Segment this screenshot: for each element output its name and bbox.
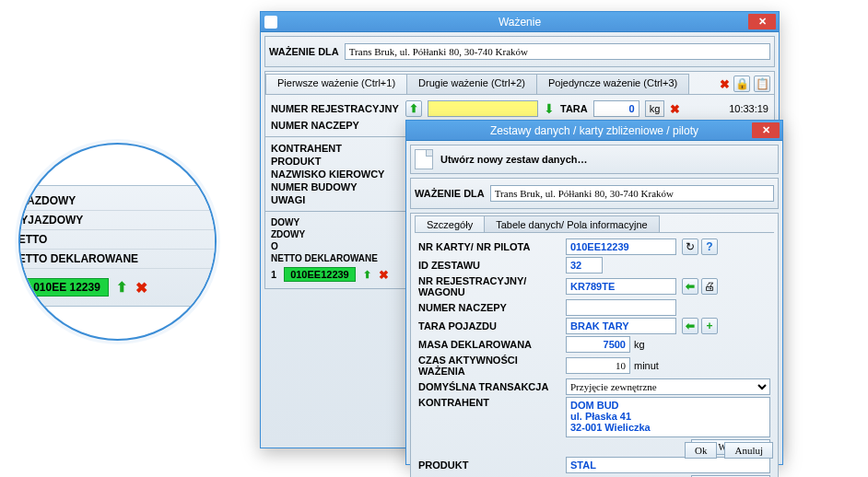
back-titlebar: Ważenie ✕ [261, 12, 779, 32]
zoom-netto-deklarowane: NETTO DEKLAROWANE [18, 250, 217, 269]
app-icon [264, 16, 277, 29]
id-zestawu-label: ID ZESTAWU [418, 260, 566, 271]
arrow-up-icon[interactable]: ⬆ [405, 100, 422, 117]
kg-unit-2: kg [634, 339, 645, 350]
czas-label: CZAS AKTYWNOŚCI WAŻENIA [418, 355, 566, 377]
card-chip[interactable]: 010EE12239 [284, 267, 356, 282]
wazenie-dla-label: WAŻENIE DLA [269, 46, 339, 57]
nr-karty-value[interactable]: 010EE12239 [566, 238, 676, 255]
zoom-lens: WJAZDOWY WYJAZDOWY NETTO NETTO DEKLAROWA… [18, 143, 217, 341]
minut-label: minut [634, 360, 659, 371]
kontrahent-value[interactable]: DOM BUD ul. Płaska 41 32-001 Wieliczka [566, 397, 770, 437]
zoom-wjazdowy: WJAZDOWY [18, 192, 217, 211]
arrow-up-icon-2[interactable]: ⬆ [363, 269, 371, 281]
back-netto-deklarowane: NETTO DEKLAROWANE [271, 253, 418, 263]
chip-index: 1 [271, 269, 276, 280]
tara-clear-icon[interactable]: ✖ [670, 102, 680, 116]
close-icon[interactable]: ✕ [748, 14, 776, 29]
kontrahent-label-2: KONTRAHENT [418, 397, 566, 408]
back-title: Ważenie [499, 16, 541, 29]
arrow-left-icon[interactable]: ⬅ [682, 278, 698, 295]
zoom-arrow-up-icon[interactable]: ⬆ [116, 279, 128, 296]
tara-value: 0 [593, 100, 639, 117]
wazenie-dla-input-2[interactable] [490, 185, 774, 202]
ok-button[interactable]: Ok [685, 442, 717, 459]
tab-tables[interactable]: Tabele danych/ Pola informacyjne [484, 215, 659, 232]
print-icon[interactable]: 🖨 [701, 278, 718, 295]
masa-value[interactable]: 7500 [566, 336, 630, 353]
zoom-netto: NETTO [18, 230, 217, 250]
nr-rej-label: NR REJESTRACYJNY/ WAGONU [418, 275, 566, 297]
zoom-delete-icon[interactable]: ✖ [135, 279, 147, 297]
back-wyjazdowy: ZDOWY [271, 229, 418, 239]
produkt-label-2: PRODUKT [418, 460, 566, 471]
lock-icon[interactable]: 🔒 [733, 76, 750, 92]
back-netto: O [271, 241, 418, 251]
copy-icon[interactable]: 📋 [754, 76, 770, 92]
id-zestawu-value[interactable]: 32 [566, 257, 603, 273]
nazwisko-label: NAZWISKO KIEROWCY [271, 169, 418, 180]
nr-rej-value[interactable]: KR789TE [566, 278, 676, 295]
nr-karty-label: NR KARTY/ NR PILOTA [418, 241, 566, 252]
nr-rejestracyjny-label: NUMER REJESTRACYJNY [271, 103, 400, 114]
czas-input[interactable] [566, 357, 630, 374]
uwagi-label: UWAGI [271, 194, 418, 205]
tara-label: TARA [560, 103, 588, 114]
wazenie-dla-input[interactable] [345, 43, 770, 60]
numer-naczepy-label-2: NUMER NACZEPY [418, 302, 566, 313]
front-titlebar: Zestawy danych / karty zbliżeniowe / pil… [406, 121, 782, 141]
transakcja-select[interactable]: Przyjęcie zewnętrzne [566, 378, 770, 395]
nr-rejestracyjny-input[interactable] [428, 100, 538, 117]
zoom-card-chip[interactable]: 010EE 12239 [25, 278, 109, 297]
masa-label: MASA DEKLAROWANA [418, 339, 566, 350]
plus-icon[interactable]: + [701, 318, 718, 334]
produkt-label: PRODUKT [271, 156, 418, 167]
refresh-icon[interactable]: ↻ [682, 238, 698, 255]
tab-first-weighing[interactable]: Pierwsze ważenie (Ctrl+1) [265, 74, 407, 94]
tab-second-weighing[interactable]: Drugie ważenie (Ctrl+2) [406, 74, 537, 94]
close-icon[interactable]: ✕ [752, 122, 780, 138]
document-icon [415, 149, 433, 169]
cancel-button[interactable]: Anuluj [724, 442, 773, 459]
delete-icon[interactable]: ✖ [379, 268, 389, 282]
tara-pojazdu-value[interactable]: BRAK TARY [566, 318, 676, 334]
arrow-down-icon[interactable]: ⬇ [544, 101, 555, 116]
kontrahent-label: KONTRAHENT [271, 143, 418, 154]
clear-icon[interactable]: ✖ [720, 77, 730, 91]
zoom-wyjazdowy: WYJAZDOWY [18, 211, 217, 230]
tab-details[interactable]: Szczegóły [415, 215, 485, 232]
front-title: Zestawy danych / karty zbliżeniowe / pil… [490, 124, 698, 137]
wazenie-dla-label-2: WAŻENIE DLA [415, 188, 485, 199]
kg-unit: kg [645, 100, 665, 117]
transakcja-label: DOMYŚLNA TRANSAKCJA [418, 381, 566, 392]
help-icon[interactable]: ? [701, 238, 718, 255]
subtitle: Utwórz nowy zestaw danych… [440, 154, 588, 165]
tara-pojazdu-label: TARA POJAZDU [418, 320, 566, 332]
numer-budowy-label: NUMER BUDOWY [271, 181, 418, 192]
produkt-value[interactable]: STAL [566, 457, 770, 473]
back-wjazdowy: DOWY [271, 217, 418, 227]
numer-naczepy-input[interactable] [566, 299, 676, 316]
clock: 10:33:19 [729, 103, 768, 114]
arrow-left-icon-2[interactable]: ⬅ [682, 318, 698, 334]
nr-naczepy-label: NUMER NACZEPY [271, 120, 400, 131]
tab-single-weighing[interactable]: Pojedyncze ważenie (Ctrl+3) [536, 74, 689, 94]
